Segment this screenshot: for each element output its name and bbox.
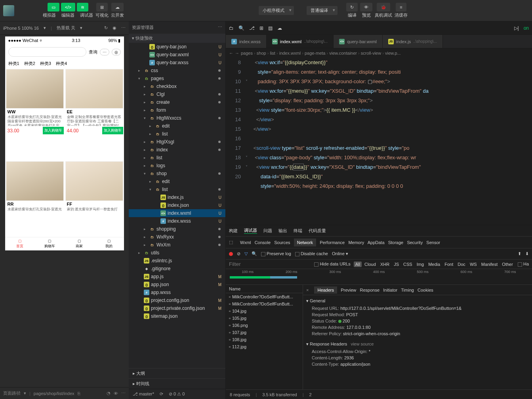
compile-dropdown[interactable]: 普通编译 [307,6,338,15]
detail-tab[interactable]: Headers [314,286,337,294]
filter-chip[interactable]: Font [443,262,455,267]
toggle-on[interactable]: on [524,25,529,31]
devtools-tab[interactable]: Network [294,239,316,246]
tree-item[interactable]: ▸🗀form [129,106,225,114]
network-request[interactable]: ▫MilkController?DoSelfFunButt... [226,293,303,300]
tree-item[interactable]: ▸🗀WxXm [129,241,225,249]
outline-section[interactable]: 大纲 [136,371,145,376]
category-tab[interactable]: 种类4 [56,61,67,67]
refresh-icon[interactable]: ↻ [104,25,108,31]
tree-item[interactable]: ▸🗀Clgl [129,90,225,98]
tree-item[interactable]: {}index.jsonU [129,201,225,209]
product-card[interactable]: RR 水星家纺窗帘免打孔安装卧·室遮光 [5,160,65,237]
search-net-icon[interactable]: 🔍 [252,251,257,256]
devtools-tab[interactable]: Wxml [240,240,251,245]
search-icon[interactable]: 🔍 [238,25,244,31]
tree-item[interactable]: {}app.jsonM [129,281,225,288]
tree-item[interactable]: <>index.wxmlU [129,209,225,217]
compile-button[interactable]: ↻ [346,3,358,11]
tree-item[interactable]: #query-bar.wxssU [129,59,225,67]
name-column[interactable]: Name [226,285,303,293]
tree-item[interactable]: ▸🗀logs [129,162,225,170]
tree-item[interactable]: {}query-bar.jsonU [129,43,225,51]
filter-chip[interactable]: Cloud [363,262,378,267]
add-cart-button[interactable]: 加入购物车 [43,127,64,134]
filter-chip[interactable]: Other [500,262,515,267]
panel-tab[interactable]: 终端 [294,228,302,234]
upload-icon[interactable]: ⬆ [518,251,521,256]
tree-item[interactable]: ▾🗀shop [129,170,225,178]
devtools-tab[interactable]: Memory [348,240,364,245]
tree-item[interactable]: ▸🗀HtglXsgl [129,138,225,146]
hotreload-toggle[interactable]: 热重载 关 [57,25,75,31]
sim-more[interactable]: ⋯ [121,391,126,396]
project-avatar[interactable] [3,5,14,16]
tabbar-item[interactable]: ▢商家 [65,239,94,249]
product-card[interactable]: EE 金蝉 定制全屋客餐窗帘整套遮光客厅卧·室遮阳窗帘布 三窗客餐【二室一厅】【… [65,68,124,160]
tree-item[interactable]: ▸🗀checkbox [129,82,225,90]
disable-cache-check[interactable] [295,252,299,256]
network-request[interactable]: ▫105.jpg [226,315,303,322]
preview-button[interactable]: 👁 [360,3,372,11]
more-icon[interactable]: ⋯ [121,25,126,31]
editor-tab[interactable]: JSindex.js..\shopping\... [383,35,443,48]
tree-item[interactable]: ▾🗀HtglWxxccs [129,114,225,122]
visualize-button[interactable]: ⊞ [96,3,108,11]
network-request[interactable]: ▫107.jpg [226,329,303,336]
tree-item[interactable]: ▾🗀pages [129,74,225,82]
tree-item[interactable]: {}sitemap.json [129,312,225,320]
filter-chip[interactable]: Media [427,262,442,267]
tabbar-item[interactable]: ▢我的 [94,239,124,249]
tree-item[interactable]: {}project.private.config.jsonM [129,304,225,312]
close-detail[interactable]: × [306,288,309,292]
detail-tab[interactable]: Response [360,288,379,292]
tree-item[interactable]: ◆.gitignore [129,265,225,273]
devtools-tab[interactable]: Console [255,240,271,245]
sync-icon[interactable]: ⟳ [160,391,163,397]
forward-icon[interactable]: → [235,51,239,55]
inspect-icon[interactable]: ⬚ [229,240,233,245]
tree-item[interactable]: #app.wxss [129,288,225,296]
simulator-button[interactable]: ▭ [48,3,59,11]
device-selector[interactable]: iPhone 5 100% 16 [3,26,39,31]
sim-icon1[interactable]: ◔ [107,391,111,396]
tree-item[interactable]: JSapp.jsM [129,273,225,281]
tree-item[interactable]: <>query-bar.wxmlU [129,51,225,59]
tree-item[interactable]: ▸🗀utils [129,249,225,257]
realdebug-button[interactable]: 🐞 [377,3,390,11]
network-request[interactable]: ▫104.jpg [226,307,303,315]
hide-dataurls-check[interactable] [314,262,318,267]
search-input[interactable] [8,47,86,57]
breadcrumb[interactable]: ← → pages › shop › list › index.wxml › p… [226,48,532,58]
network-timeline[interactable]: 100 ms200 ms300 ms400 ms500 ms600 ms700 … [226,269,532,284]
panel-tab[interactable]: 调试器 [244,227,257,234]
cloud-button[interactable]: ☁ [111,3,124,11]
tree-item[interactable]: ▾🗀list [129,185,225,193]
errors-warnings[interactable]: ⊘ 0 ⚠ 0 [169,391,185,397]
network-request[interactable]: ▫112.jpg [226,343,303,350]
timeline-section[interactable]: 时间线 [136,381,149,386]
tree-item[interactable]: ▸🗀WxRyxx [129,233,225,241]
tree-item[interactable]: ▸🗀shopping [129,225,225,233]
filter-chip[interactable]: Manifest [480,262,500,267]
debugger-button[interactable]: ≋ [77,3,88,11]
tabbar-item[interactable]: ▢首页 [5,239,35,249]
devtools-tab[interactable]: Sources [274,240,290,245]
explorer-more[interactable]: ⋯ [218,25,222,31]
page-path[interactable]: pages/shop/list/index [34,391,74,396]
cloud-icon[interactable]: ☁ [277,25,282,31]
devtools-tab[interactable]: Storage [388,240,404,245]
tree-item[interactable]: ▸🗀index [129,146,225,154]
back-icon[interactable]: ← [229,51,233,55]
editor-tab[interactable]: <>query-bar.wxml [334,35,383,48]
git-icon[interactable]: ⎇ [249,25,255,31]
run-icon[interactable]: ▷| [514,25,519,31]
tabbar-item[interactable]: ▢购物车 [35,239,65,249]
filter-input[interactable] [229,261,261,267]
query-button[interactable]: 查询 [89,49,97,55]
folder-icon[interactable]: 🗀 [229,25,234,31]
category-tab[interactable]: 种类2 [24,61,35,67]
add-cart-button[interactable]: 加入购物车 [102,127,123,134]
copy-icon[interactable]: ⎘ [78,391,80,396]
panel-tab[interactable]: 问题 [263,228,272,234]
